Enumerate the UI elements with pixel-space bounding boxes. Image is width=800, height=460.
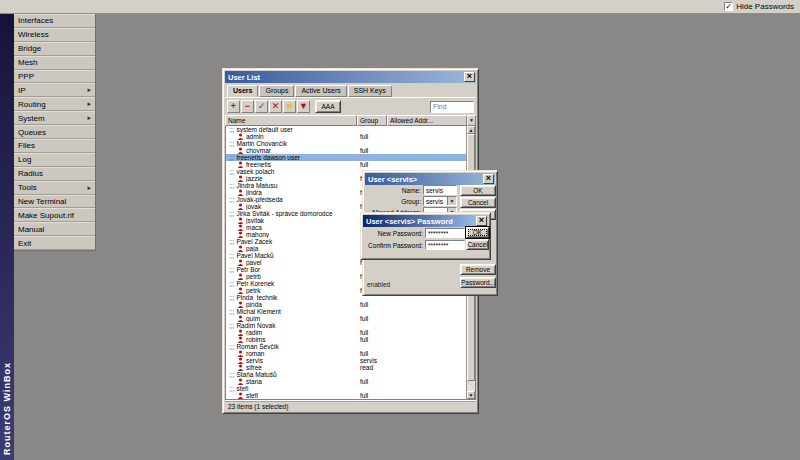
table-row-comment[interactable]: ;;; Martin Chovančík [226,140,466,147]
column-header-name[interactable]: Name [225,115,357,126]
sidebar-item-tools[interactable]: Tools▸ [14,181,95,195]
tab-ssh-keys[interactable]: SSH Keys [348,85,392,97]
name-cell: radim [226,329,358,336]
comment-text: Petr Korenek [236,280,274,287]
user-name: robims [246,336,266,343]
password-button[interactable]: Password... [460,277,496,288]
tab-groups[interactable]: Groups [259,85,294,97]
ok-button[interactable]: OK [466,227,489,238]
sidebar-item-mesh[interactable]: Mesh [14,56,95,70]
user-list-titlebar[interactable]: User List × [225,71,476,83]
sidebar-item-label: New Terminal [18,197,91,206]
confirm-password-input[interactable] [425,240,465,250]
user-dialog-close-button[interactable]: × [483,174,494,184]
add-button[interactable]: + [227,100,240,113]
group-dropdown[interactable]: servis ▼ [423,196,457,206]
sidebar-item-manual[interactable]: Manual [14,222,95,236]
group-cell: full [358,147,388,154]
table-row-user[interactable]: radimfull [226,329,466,336]
new-password-input[interactable] [425,228,465,238]
cancel-button[interactable]: Cancel [460,197,496,208]
sidebar-item-radius[interactable]: Radius [14,167,95,181]
remove-button[interactable]: Remove [460,264,496,275]
user-name: jsvitak [246,217,264,224]
sidebar-item-ppp[interactable]: PPP [14,70,95,84]
name-input[interactable] [423,185,457,195]
remove-button[interactable]: − [241,100,254,113]
user-icon [237,133,244,140]
table-row-user[interactable]: quimfull [226,315,466,322]
column-selector-button[interactable]: ▼ [467,115,476,126]
password-dialog-close-button[interactable]: × [476,216,487,226]
sidebar-item-wireless[interactable]: Wireless [14,28,95,42]
table-row-user[interactable]: stefifull [226,392,466,399]
table-row-user[interactable]: pindafull [226,301,466,308]
sidebar-item-routing[interactable]: Routing▸ [14,97,95,111]
sidebar-item-exit[interactable]: Exit [14,236,95,250]
table-row-user[interactable]: adminfull [226,133,466,140]
sidebar-item-system[interactable]: System▸ [14,111,95,125]
user-list-close-button[interactable]: × [464,72,475,82]
comment-text: Radim Novak [236,322,275,329]
table-row-comment[interactable]: ;;; Roman Ševčík [226,343,466,350]
comment-text: vasek polach [236,168,274,175]
table-row-comment[interactable]: ;;; stefi [226,385,466,392]
sidebar-item-label: Files [18,141,91,150]
filter-button[interactable]: ▼ [297,100,310,113]
sidebar-item-ip[interactable]: IP▸ [14,83,95,97]
table-row-user[interactable]: stanafull [226,378,466,385]
comment-prefix: ;;; [229,385,234,392]
name-cell: admin [226,133,358,140]
sidebar-item-log[interactable]: Log [14,153,95,167]
group-cell: full [358,315,388,322]
sidebar-item-make-supout-rif[interactable]: Make Supout.rif [14,208,95,222]
sidebar-item-files[interactable]: Files [14,139,95,153]
comment-button[interactable]: ■ [283,100,296,113]
user-name: pavel [246,259,262,266]
name-cell: sifree [226,364,358,371]
name-cell: quim [226,315,358,322]
sidebar-item-interfaces[interactable]: Interfaces [14,14,95,28]
group-cell: full [358,392,388,399]
sidebar-item-label: Exit [18,239,91,248]
table-row-user[interactable]: sifreeread [226,364,466,371]
table-row-user[interactable]: robimsfull [226,336,466,343]
password-dialog-titlebar[interactable]: User <servis> Password × [363,215,488,227]
table-row-user[interactable]: freenetisfull [226,161,466,168]
name-label: Name: [365,187,421,194]
scroll-up-button[interactable]: ▲ [467,126,475,134]
table-row-comment[interactable]: ;;; Staňa Matušů [226,371,466,378]
table-row-comment[interactable]: ;;; Michal Klement [226,308,466,315]
cancel-button[interactable]: Cancel [466,239,489,250]
sidebar-item-queues[interactable]: Queues [14,125,95,139]
user-icon [237,350,244,357]
table-row-user[interactable]: servisservis [226,357,466,364]
user-name: stana [246,378,262,385]
scroll-down-button[interactable]: ▼ [467,391,475,399]
column-header-allowed-addr[interactable]: Allowed Addr... [387,115,467,126]
status-bar: 23 items (1 selected) [225,400,476,411]
column-header-group[interactable]: Group [357,115,387,126]
ok-button[interactable]: OK [460,185,496,196]
table-row-comment[interactable]: ;;; system default user [226,126,466,133]
disable-button[interactable]: ✕ [269,100,282,113]
user-dialog-titlebar[interactable]: User <servis> × [365,173,495,185]
table-row-comment[interactable]: ;;; Radim Novak [226,322,466,329]
tab-active-users[interactable]: Active Users [295,85,346,97]
aaa-button[interactable]: AAA [315,100,341,113]
find-input[interactable] [430,101,474,113]
name-cell: ;;; Pavel Zacek [226,238,358,245]
hide-passwords-control[interactable]: ✓ Hide Passwords [724,2,794,11]
table-row-comment[interactable]: ;;; freenetis dawson user [226,154,466,161]
tab-users[interactable]: Users [227,85,258,97]
sidebar-item-new-terminal[interactable]: New Terminal [14,195,95,209]
name-cell: ;;; Martin Chovančík [226,140,358,147]
hide-passwords-checkbox[interactable]: ✓ [724,2,733,11]
sidebar-item-bridge[interactable]: Bridge [14,42,95,56]
table-row-user[interactable]: chovmarfull [226,147,466,154]
comment-prefix: ;;; [229,266,234,273]
enable-button[interactable]: ✓ [255,100,268,113]
name-cell: ;;; stefi [226,385,358,392]
table-row-user[interactable]: romanfull [226,350,466,357]
dropdown-arrow-icon[interactable]: ▼ [447,197,456,205]
